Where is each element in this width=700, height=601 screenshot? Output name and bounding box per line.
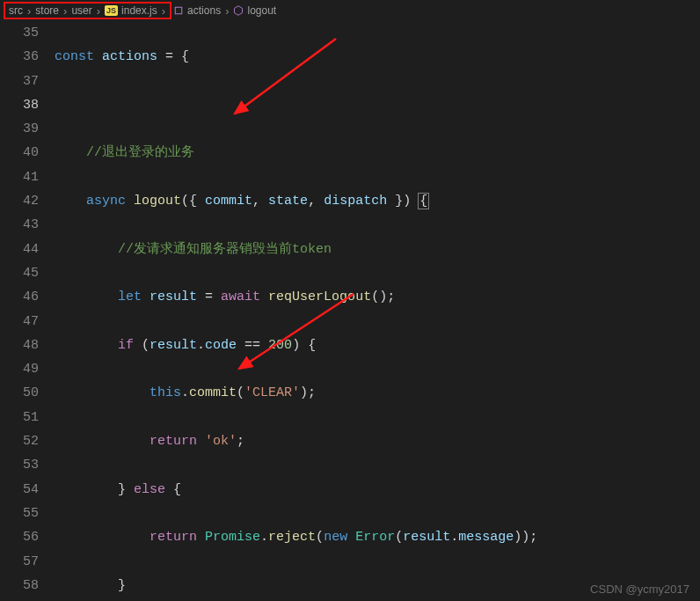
number: 200	[268, 338, 292, 353]
punct: ));	[514, 530, 537, 545]
keyword: let	[118, 290, 142, 304]
line-number: 37	[0, 70, 39, 93]
breadcrumb-item[interactable]: JS index.js	[103, 4, 159, 17]
js-file-icon: JS	[105, 5, 118, 16]
breadcrumb-item[interactable]: store	[33, 4, 61, 17]
keyword: async	[86, 194, 126, 209]
punct: ) {	[292, 338, 316, 353]
breadcrumb: src › store › user › JS index.js › actio…	[0, 0, 700, 21]
variable: actions	[102, 49, 157, 64]
space	[197, 530, 205, 545]
breadcrumb-highlighted-box: src › store › user › JS index.js ›	[4, 2, 171, 19]
punct: (	[316, 530, 324, 545]
string: 'ok'	[205, 434, 237, 449]
breadcrumb-symbol-label: logout	[247, 4, 276, 17]
line-number: 35	[0, 21, 39, 45]
keyword: this	[149, 385, 181, 400]
variable: result	[149, 338, 197, 353]
punct: }	[118, 578, 126, 593]
punct: })	[387, 194, 419, 209]
breadcrumb-item[interactable]: logout	[231, 4, 278, 17]
chevron-right-icon: ›	[61, 4, 69, 18]
keyword: if	[118, 338, 134, 353]
line-number: 44	[0, 238, 39, 261]
line-number: 56	[0, 525, 39, 549]
line-number: 53	[0, 453, 39, 477]
punct: }	[118, 482, 134, 497]
breadcrumb-item[interactable]: src	[7, 4, 25, 17]
line-number: 57	[0, 550, 39, 574]
chevron-right-icon: ›	[222, 4, 231, 18]
punct: .	[450, 530, 458, 545]
line-number: 45	[0, 261, 39, 285]
keyword: await	[221, 290, 260, 304]
line-number: 46	[0, 285, 39, 309]
svg-rect-0	[175, 7, 182, 14]
line-number: 42	[0, 189, 39, 213]
line-number: 40	[0, 141, 39, 165]
punct: (	[395, 530, 403, 545]
line-number: 43	[0, 213, 39, 237]
line-number: 51	[0, 406, 39, 429]
line-number: 38	[0, 93, 39, 117]
breadcrumb-symbol-label: actions	[187, 4, 221, 17]
punct: ;	[237, 434, 244, 449]
keyword: return	[149, 434, 197, 449]
code-editor[interactable]: 3536373839404142434445464748495051525354…	[0, 21, 700, 601]
space	[347, 530, 355, 545]
line-number: 36	[0, 45, 39, 69]
property: message	[458, 530, 514, 545]
breadcrumb-file-label: index.js	[121, 4, 157, 17]
symbol-method-icon	[233, 5, 244, 16]
punct: = {	[157, 49, 189, 64]
call: reject	[268, 530, 316, 545]
breadcrumb-item[interactable]: actions	[171, 4, 222, 17]
line-number: 39	[0, 117, 39, 141]
line-number: 48	[0, 333, 39, 357]
symbol-object-icon	[173, 5, 184, 16]
punct: .	[260, 530, 268, 545]
punct: .	[197, 338, 205, 353]
punct: =	[197, 290, 221, 304]
cursor-position: {	[419, 194, 428, 209]
type: Error	[355, 530, 395, 545]
punct: ,	[308, 194, 324, 209]
param: commit	[205, 194, 252, 209]
call: reqUserLogout	[268, 290, 371, 304]
keyword: return	[149, 530, 197, 545]
punct: .	[181, 385, 189, 400]
line-number: 49	[0, 357, 39, 381]
line-number: 58	[0, 574, 39, 597]
watermark: CSDN @ycmy2017	[590, 583, 689, 596]
keyword: new	[324, 530, 347, 545]
punct: ({	[181, 194, 205, 209]
punct: );	[300, 385, 316, 400]
punct: ();	[371, 290, 395, 304]
code-area[interactable]: const actions = { //退出登录的业务 async logout…	[55, 21, 700, 601]
function-name: logout	[134, 194, 181, 209]
keyword: else	[134, 482, 165, 497]
line-number: 47	[0, 310, 39, 333]
comment: //发请求通知服务器销毁当前token	[118, 242, 332, 257]
property: code	[205, 338, 237, 353]
param: dispatch	[324, 194, 387, 209]
chevron-right-icon: ›	[94, 4, 103, 18]
punct: ,	[252, 194, 268, 209]
line-number: 50	[0, 381, 39, 405]
punct: {	[165, 482, 181, 497]
string: 'CLEAR'	[244, 385, 300, 400]
variable: result	[403, 530, 450, 545]
call: commit	[189, 385, 237, 400]
punct: (	[237, 385, 244, 400]
line-number-gutter: 3536373839404142434445464748495051525354…	[0, 21, 55, 601]
chevron-right-icon: ›	[25, 4, 33, 18]
line-number: 55	[0, 502, 39, 525]
chevron-right-icon: ›	[159, 4, 168, 18]
punct: ==	[237, 338, 268, 353]
keyword: const	[55, 49, 94, 64]
type: Promise	[205, 530, 260, 545]
space	[197, 434, 205, 449]
punct: (	[134, 338, 149, 353]
line-number: 54	[0, 478, 39, 502]
breadcrumb-item[interactable]: user	[69, 4, 93, 17]
